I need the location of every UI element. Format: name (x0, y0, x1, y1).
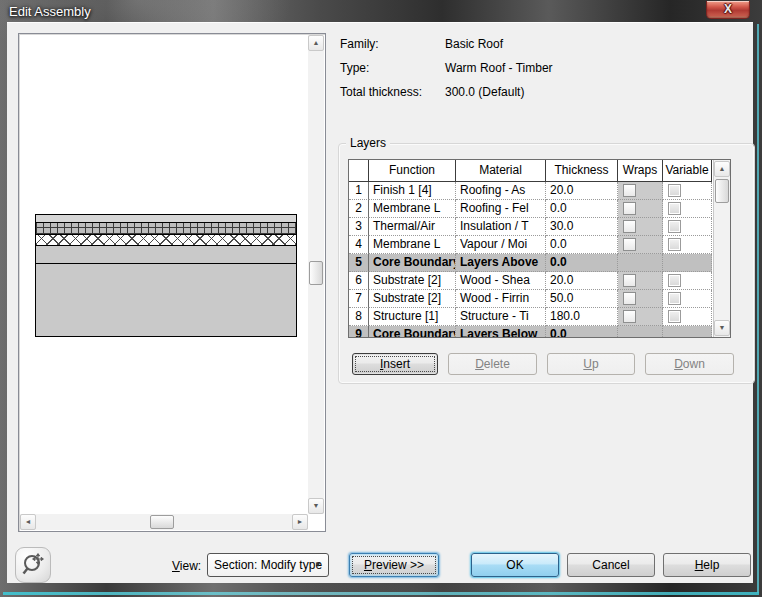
function-cell[interactable]: Finish 1 [4] (369, 182, 456, 200)
function-cell[interactable]: Structure [1] (369, 308, 456, 326)
variable-cell[interactable] (663, 182, 712, 200)
thickness-cell[interactable]: 0.0 (546, 326, 618, 338)
wraps-cell[interactable] (618, 326, 663, 338)
material-cell[interactable]: Wood - Firrin (456, 290, 546, 308)
help-button[interactable]: Help (663, 553, 751, 577)
material-cell[interactable]: Structure - Ti (456, 308, 546, 326)
scroll-right-icon[interactable]: ► (292, 514, 308, 530)
variable-checkbox[interactable] (668, 202, 681, 215)
wraps-cell[interactable] (618, 254, 663, 272)
preview-zoom-button[interactable] (15, 547, 51, 583)
variable-cell[interactable] (663, 254, 712, 272)
row-number-cell[interactable]: 5 (349, 254, 369, 272)
wraps-checkbox[interactable] (623, 310, 636, 323)
function-cell[interactable]: Membrane L (369, 236, 456, 254)
table-row[interactable]: 6Substrate [2]Wood - Shea20.0 (349, 272, 713, 290)
variable-cell[interactable] (663, 272, 712, 290)
delete-button[interactable]: Delete (448, 353, 537, 375)
thickness-cell[interactable]: 0.0 (546, 236, 618, 254)
thickness-cell[interactable]: 0.0 (546, 200, 618, 218)
scroll-down-icon[interactable]: ▼ (308, 498, 324, 514)
variable-checkbox[interactable] (668, 184, 681, 197)
wraps-cell[interactable] (618, 182, 663, 200)
thickness-cell[interactable]: 0.0 (546, 254, 618, 272)
material-cell[interactable]: Insulation / T (456, 218, 546, 236)
scroll-down-icon[interactable]: ▼ (714, 320, 730, 336)
variable-cell[interactable] (663, 290, 712, 308)
variable-checkbox[interactable] (668, 292, 681, 305)
wraps-cell[interactable] (618, 218, 663, 236)
row-number-cell[interactable]: 3 (349, 218, 369, 236)
variable-cell[interactable] (663, 308, 712, 326)
scroll-left-icon[interactable]: ◄ (20, 514, 36, 530)
wraps-cell[interactable] (618, 272, 663, 290)
wraps-cell[interactable] (618, 236, 663, 254)
row-number-cell[interactable]: 9 (349, 326, 369, 338)
wraps-cell[interactable] (618, 200, 663, 218)
row-number-cell[interactable]: 7 (349, 290, 369, 308)
variable-checkbox[interactable] (668, 238, 681, 251)
function-cell[interactable]: Thermal/Air (369, 218, 456, 236)
scrollbar-thumb[interactable] (309, 261, 323, 285)
variable-checkbox[interactable] (668, 274, 681, 287)
function-cell[interactable]: Core Boundary (369, 326, 456, 338)
material-cell[interactable]: Layers Below (456, 326, 546, 338)
thickness-cell[interactable]: 20.0 (546, 272, 618, 290)
preview-horizontal-scrollbar[interactable]: ◄ ► (20, 514, 308, 530)
table-row[interactable]: 4Membrane LVapour / Moi0.0 (349, 236, 713, 254)
function-cell[interactable]: Core Boundary (369, 254, 456, 272)
table-row[interactable]: 2Membrane LRoofing - Fel0.0 (349, 200, 713, 218)
wraps-checkbox[interactable] (623, 184, 636, 197)
material-cell[interactable]: Vapour / Moi (456, 236, 546, 254)
row-number-cell[interactable]: 1 (349, 182, 369, 200)
table-row[interactable]: 1Finish 1 [4]Roofing - As20.0 (349, 182, 713, 200)
scrollbar-thumb[interactable] (150, 515, 174, 529)
table-row[interactable]: 8Structure [1]Structure - Ti180.0 (349, 308, 713, 326)
function-cell[interactable]: Membrane L (369, 200, 456, 218)
variable-cell[interactable] (663, 236, 712, 254)
scrollbar-thumb[interactable] (715, 179, 729, 203)
thickness-cell[interactable]: 180.0 (546, 308, 618, 326)
function-cell[interactable]: Substrate [2] (369, 272, 456, 290)
function-cell[interactable]: Substrate [2] (369, 290, 456, 308)
preview-canvas[interactable] (20, 35, 308, 514)
row-number-cell[interactable]: 2 (349, 200, 369, 218)
table-row[interactable]: 9Core BoundaryLayers Below0.0 (349, 326, 713, 338)
insert-button[interactable]: Insert (352, 353, 438, 375)
thickness-cell[interactable]: 20.0 (546, 182, 618, 200)
variable-cell[interactable] (663, 218, 712, 236)
row-number-cell[interactable]: 8 (349, 308, 369, 326)
table-row[interactable]: 7Substrate [2]Wood - Firrin50.0 (349, 290, 713, 308)
table-row[interactable]: 3Thermal/AirInsulation / T30.0 (349, 218, 713, 236)
material-cell[interactable]: Roofing - Fel (456, 200, 546, 218)
row-number-cell[interactable]: 4 (349, 236, 369, 254)
wraps-checkbox[interactable] (623, 202, 636, 215)
variable-checkbox[interactable] (668, 310, 681, 323)
cancel-button[interactable]: Cancel (567, 553, 655, 577)
material-cell[interactable]: Layers Above (456, 254, 546, 272)
thickness-cell[interactable]: 30.0 (546, 218, 618, 236)
preview-vertical-scrollbar[interactable]: ▲ ▼ (308, 35, 324, 514)
material-cell[interactable]: Roofing - As (456, 182, 546, 200)
scroll-up-icon[interactable]: ▲ (308, 35, 324, 51)
variable-checkbox[interactable] (668, 220, 681, 233)
thickness-cell[interactable]: 50.0 (546, 290, 618, 308)
down-button[interactable]: Down (645, 353, 734, 375)
wraps-checkbox[interactable] (623, 220, 636, 233)
preview-toggle-button[interactable]: Preview >> (349, 553, 439, 577)
title-bar[interactable]: Edit Assembly X (0, 0, 762, 22)
table-vertical-scrollbar[interactable]: ▲ ▼ (713, 160, 730, 337)
material-cell[interactable]: Wood - Shea (456, 272, 546, 290)
close-button[interactable]: X (706, 1, 750, 19)
variable-cell[interactable] (663, 326, 712, 338)
up-button[interactable]: Up (547, 353, 635, 375)
variable-cell[interactable] (663, 200, 712, 218)
wraps-cell[interactable] (618, 290, 663, 308)
view-dropdown[interactable]: Section: Modify type ▼ (207, 553, 329, 577)
wraps-checkbox[interactable] (623, 238, 636, 251)
wraps-checkbox[interactable] (623, 274, 636, 287)
row-number-cell[interactable]: 6 (349, 272, 369, 290)
wraps-cell[interactable] (618, 308, 663, 326)
wraps-checkbox[interactable] (623, 292, 636, 305)
scroll-up-icon[interactable]: ▲ (714, 161, 730, 177)
